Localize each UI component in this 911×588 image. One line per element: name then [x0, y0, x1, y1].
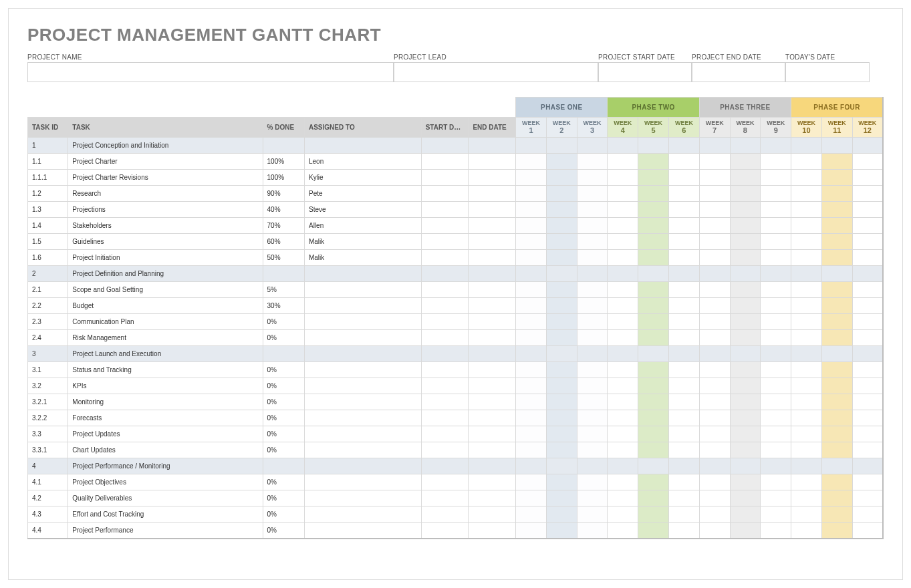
cell-week-5[interactable]: [638, 298, 669, 314]
cell-week-11[interactable]: [821, 170, 852, 186]
cell-week-4[interactable]: [608, 234, 638, 250]
cell-week-1[interactable]: [516, 170, 547, 186]
cell-week-9[interactable]: [761, 314, 791, 330]
cell-task[interactable]: Status and Tracking: [68, 362, 263, 378]
cell-week-10[interactable]: [791, 314, 822, 330]
cell-week-11[interactable]: [821, 202, 852, 218]
table-row[interactable]: 4.2Quality Deliverables0%: [28, 490, 884, 506]
cell-week-9[interactable]: [761, 234, 791, 250]
cell-end-date[interactable]: [469, 330, 516, 346]
cell-week-4[interactable]: [608, 250, 638, 266]
cell-end-date[interactable]: [469, 250, 516, 266]
cell-end-date[interactable]: [469, 442, 516, 458]
cell-week-3[interactable]: [577, 442, 608, 458]
cell-week-1[interactable]: [516, 458, 547, 474]
cell-task-id[interactable]: 1: [28, 138, 68, 154]
cell-week-8[interactable]: [730, 314, 761, 330]
cell-pct-done[interactable]: 100%: [263, 170, 304, 186]
table-row[interactable]: 2.3Communication Plan0%: [28, 314, 884, 330]
cell-week-1[interactable]: [516, 266, 547, 282]
cell-start-date[interactable]: [421, 362, 469, 378]
cell-task-id[interactable]: 2.4: [28, 330, 68, 346]
cell-assigned-to[interactable]: [304, 394, 421, 410]
cell-end-date[interactable]: [469, 394, 516, 410]
cell-week-8[interactable]: [730, 170, 761, 186]
cell-task[interactable]: Guidelines: [68, 234, 263, 250]
cell-week-7[interactable]: [699, 394, 730, 410]
cell-week-11[interactable]: [821, 330, 852, 346]
cell-week-9[interactable]: [761, 202, 791, 218]
cell-week-10[interactable]: [791, 298, 822, 314]
cell-week-2[interactable]: [546, 138, 577, 154]
cell-task[interactable]: Projections: [68, 202, 263, 218]
cell-assigned-to[interactable]: [304, 410, 421, 426]
table-row[interactable]: 3Project Launch and Execution: [28, 346, 884, 362]
cell-assigned-to[interactable]: [304, 314, 421, 330]
cell-pct-done[interactable]: [263, 138, 304, 154]
cell-week-1[interactable]: [516, 138, 547, 154]
cell-task[interactable]: Project Performance / Monitoring: [68, 458, 263, 474]
cell-week-3[interactable]: [577, 378, 608, 394]
cell-week-1[interactable]: [516, 282, 547, 298]
cell-week-9[interactable]: [761, 170, 791, 186]
cell-task[interactable]: Communication Plan: [68, 314, 263, 330]
cell-task-id[interactable]: 3.2.2: [28, 410, 68, 426]
cell-start-date[interactable]: [421, 234, 469, 250]
cell-start-date[interactable]: [421, 298, 469, 314]
cell-week-1[interactable]: [516, 346, 547, 362]
cell-week-1[interactable]: [516, 186, 547, 202]
cell-week-10[interactable]: [791, 458, 822, 474]
cell-week-2[interactable]: [546, 154, 577, 170]
table-row[interactable]: 4.4Project Performance0%: [28, 523, 884, 539]
cell-week-2[interactable]: [546, 330, 577, 346]
table-row[interactable]: 1.2Research90%Pete: [28, 186, 884, 202]
cell-week-10[interactable]: [791, 234, 822, 250]
cell-week-12[interactable]: [852, 250, 883, 266]
cell-week-7[interactable]: [699, 346, 730, 362]
cell-week-5[interactable]: [638, 458, 669, 474]
cell-task[interactable]: Stakeholders: [68, 218, 263, 234]
cell-week-7[interactable]: [699, 314, 730, 330]
cell-week-9[interactable]: [761, 490, 791, 506]
cell-week-7[interactable]: [699, 378, 730, 394]
cell-week-4[interactable]: [608, 266, 638, 282]
cell-week-7[interactable]: [699, 362, 730, 378]
cell-assigned-to[interactable]: [304, 266, 421, 282]
cell-task-id[interactable]: 3.1: [28, 362, 68, 378]
cell-week-1[interactable]: [516, 378, 547, 394]
cell-week-5[interactable]: [638, 378, 669, 394]
cell-week-3[interactable]: [577, 362, 608, 378]
cell-week-8[interactable]: [730, 234, 761, 250]
cell-week-2[interactable]: [546, 474, 577, 490]
cell-week-7[interactable]: [699, 474, 730, 490]
cell-week-10[interactable]: [791, 282, 822, 298]
cell-pct-done[interactable]: 0%: [263, 442, 304, 458]
cell-week-8[interactable]: [730, 186, 761, 202]
cell-week-1[interactable]: [516, 474, 547, 490]
cell-week-2[interactable]: [546, 282, 577, 298]
cell-task-id[interactable]: 3.2: [28, 378, 68, 394]
cell-week-8[interactable]: [730, 202, 761, 218]
cell-task[interactable]: Risk Management: [68, 330, 263, 346]
cell-task-id[interactable]: 4.4: [28, 523, 68, 539]
cell-assigned-to[interactable]: [304, 282, 421, 298]
cell-start-date[interactable]: [421, 378, 469, 394]
cell-week-2[interactable]: [546, 202, 577, 218]
cell-week-3[interactable]: [577, 298, 608, 314]
cell-week-8[interactable]: [730, 138, 761, 154]
cell-week-1[interactable]: [516, 298, 547, 314]
cell-start-date[interactable]: [421, 202, 469, 218]
cell-end-date[interactable]: [469, 266, 516, 282]
cell-week-9[interactable]: [761, 442, 791, 458]
cell-task[interactable]: Project Objectives: [68, 474, 263, 490]
table-row[interactable]: 3.2.2Forecasts0%: [28, 410, 884, 426]
cell-week-11[interactable]: [821, 282, 852, 298]
cell-pct-done[interactable]: 40%: [263, 202, 304, 218]
cell-week-12[interactable]: [852, 186, 883, 202]
cell-week-12[interactable]: [852, 394, 883, 410]
cell-week-5[interactable]: [638, 186, 669, 202]
cell-start-date[interactable]: [421, 186, 469, 202]
meta-project-name-input[interactable]: [27, 62, 394, 82]
cell-week-2[interactable]: [546, 394, 577, 410]
cell-pct-done[interactable]: 30%: [263, 298, 304, 314]
